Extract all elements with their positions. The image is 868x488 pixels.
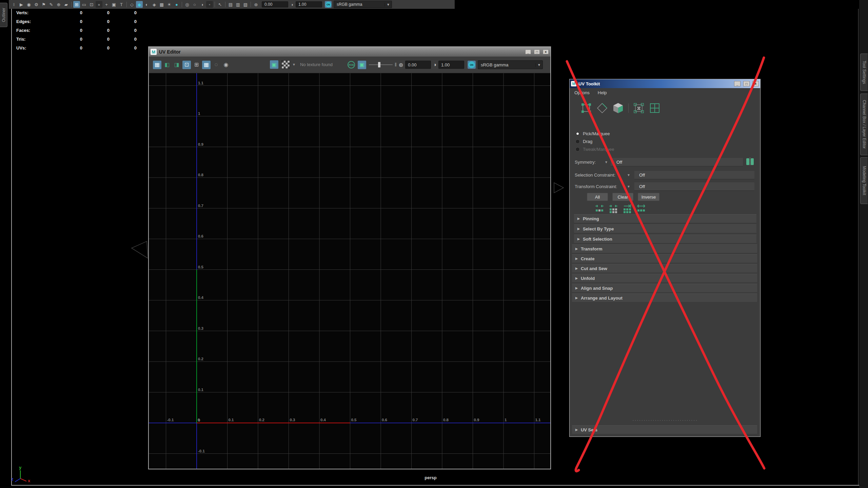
panel-expand-arrow-right[interactable] (553, 182, 565, 194)
select-contiguous-icon[interactable] (636, 204, 646, 214)
grease-pencil-icon[interactable]: ▰ (63, 1, 70, 8)
section-uv-sets[interactable]: ▶ UV Sets (572, 425, 757, 434)
radio-drag[interactable]: Drag (575, 139, 592, 144)
resolution-gate-icon[interactable]: ⊡ (88, 1, 95, 8)
uv-editor-viewport[interactable]: 1.110.90.80.70.60.50.40.30.20.10-0.1-0.1… (149, 73, 550, 469)
view-transform-select[interactable]: sRGB gamma▼ (334, 1, 392, 8)
gate-mask-icon[interactable]: ● (96, 1, 102, 8)
exposure-icon[interactable]: ⊛ (253, 1, 259, 8)
section-soft-selection[interactable]: ▶Soft Selection (574, 235, 756, 243)
inverse-button[interactable]: Inverse (638, 193, 659, 201)
camera-attributes-icon[interactable]: ⚙ (33, 1, 40, 8)
all-button[interactable]: All (587, 193, 608, 201)
film-gate-icon[interactable]: ▭ (81, 1, 87, 8)
drag-handle-icon[interactable]: ‖ (11, 1, 17, 8)
transform-constraint-arrow-icon[interactable]: ▼ (627, 185, 630, 188)
color-management-toggle[interactable]: ON (325, 1, 332, 8)
screen-space-ao-icon[interactable]: ◎ (184, 1, 191, 8)
minimize-button[interactable]: _ (734, 81, 741, 86)
clear-button[interactable]: Clear (612, 193, 633, 201)
rgb-channels-icon[interactable]: RGB (348, 61, 355, 68)
safe-title-icon[interactable]: T (118, 1, 125, 8)
resize-handle-dots[interactable]: ····························· (570, 418, 761, 422)
symmetry-value[interactable]: Off (611, 158, 743, 166)
color-management-toggle[interactable]: ON (468, 61, 476, 69)
lighting-icon[interactable]: ☀ (166, 1, 173, 8)
uv-selection-icon[interactable] (633, 102, 645, 114)
shade-uvs-icon[interactable]: ◌ (212, 61, 220, 69)
radio-button-icon[interactable] (575, 147, 580, 151)
texture-image-icon[interactable]: ▣ (270, 60, 278, 69)
use-default-material-icon[interactable]: ◈ (151, 1, 158, 8)
smooth-shade-icon[interactable]: ◆ (136, 1, 143, 8)
radio-button-icon[interactable] (575, 131, 580, 136)
exposure-field[interactable]: 0.00 (262, 1, 288, 7)
field-chart-icon[interactable]: + (103, 1, 110, 8)
minimize-button[interactable]: _ (525, 49, 531, 54)
section-align-and-snap[interactable]: ▶Align and Snap (572, 284, 757, 292)
maximize-button[interactable]: □ (534, 49, 540, 54)
grid-display-icon[interactable]: ⊞ (73, 1, 80, 8)
menu-help[interactable]: Help (598, 90, 607, 95)
symmetry-icon[interactable] (746, 157, 754, 166)
anti-aliasing-icon[interactable]: ○ (191, 1, 198, 8)
section-unfold[interactable]: ▶Unfold (572, 274, 757, 282)
section-transform[interactable]: ▶Transform (572, 244, 757, 253)
edge-selection-icon[interactable] (596, 102, 608, 114)
contrast-field[interactable]: 1.00 (296, 1, 322, 7)
motion-blur-icon[interactable]: ◑ (199, 1, 205, 8)
clamp-icon[interactable]: ‖ (395, 62, 397, 67)
contrast-icon[interactable]: ◑ (289, 1, 295, 8)
selection-constraint-value[interactable]: Off (634, 170, 754, 179)
selection-constraint-arrow-icon[interactable]: ▼ (627, 173, 630, 177)
exposure-field[interactable]: 0.00 (405, 61, 431, 69)
image-dim-slider[interactable] (369, 61, 393, 69)
wireframe-on-shaded-icon[interactable]: ▩ (158, 1, 165, 8)
section-create[interactable]: ▶Create (572, 254, 757, 263)
menu-options[interactable]: Options (574, 90, 590, 95)
select-camera-icon[interactable]: ▶ (18, 1, 25, 8)
bookmarks-icon[interactable]: ⚑ (40, 1, 47, 8)
wireframe-icon[interactable]: ◇ (129, 1, 135, 8)
section-cut-and-sew[interactable]: ▶Cut and Sew (572, 264, 757, 272)
textured-icon[interactable]: ◐ (143, 1, 150, 8)
image-ratio-icon[interactable]: ▣ (358, 61, 366, 69)
lock-camera-icon[interactable]: ◉ (25, 1, 32, 8)
uv-toolkit-titlebar[interactable]: M UV Toolkit _ □ × (570, 79, 760, 88)
shell-border-icon[interactable]: ◨ (173, 61, 181, 69)
section-arrange-and-layout[interactable]: ▶Arrange and Layout (572, 293, 757, 302)
tile-layout-icon[interactable]: ▦ (153, 61, 161, 69)
checker-map-icon[interactable] (281, 60, 290, 69)
close-button[interactable]: × (752, 81, 759, 86)
contrast-field[interactable]: 1.00 (438, 61, 464, 69)
sidebar-tab-outliner[interactable]: Outliner (0, 3, 7, 27)
display-unfiltered-icon[interactable]: ⊞ (192, 61, 201, 69)
pixel-grid-icon[interactable]: ▦ (202, 61, 211, 69)
section-select-by-type[interactable]: ▶Select By Type (574, 224, 756, 233)
sidebar-tab-modeling-toolkit[interactable]: Modeling Toolkit (860, 157, 868, 204)
depth-of-field-icon[interactable]: ▪ (206, 1, 213, 8)
uv-editor-titlebar[interactable]: M UV Editor _ □ × (149, 47, 550, 57)
display-image-icon[interactable]: ⊡ (182, 61, 191, 69)
shadows-icon[interactable]: ● (173, 1, 180, 8)
face-selection-icon[interactable] (612, 102, 624, 114)
slider-thumb[interactable] (378, 62, 380, 67)
texture-dropdown-arrow-icon[interactable]: ▼ (292, 63, 296, 66)
snapshot-copy-icon[interactable]: ▤ (227, 1, 234, 8)
contrast-icon[interactable]: ◑ (433, 62, 436, 68)
safe-action-icon[interactable]: ▣ (111, 1, 117, 8)
radio-pick-marquee[interactable]: Pick/Marquee (575, 131, 610, 136)
radio-button-icon[interactable] (575, 139, 580, 144)
exposure-icon[interactable]: ⊛ (399, 62, 403, 68)
grow-selection-icon[interactable] (609, 204, 618, 214)
uv-snapshot-icon[interactable]: ◉ (222, 61, 230, 69)
sidebar-tab-channel-box[interactable]: Channel Box / Layer Editor (860, 94, 868, 155)
select-border-icon[interactable] (623, 204, 632, 214)
close-button[interactable]: × (543, 49, 549, 54)
uv-distortion-icon[interactable]: ◧ (163, 61, 171, 69)
view-transform-select[interactable]: sRGB gamma▼ (478, 60, 543, 69)
image-plane-icon[interactable]: ✎ (48, 1, 55, 8)
shrink-selection-icon[interactable] (595, 204, 604, 214)
isolate-select-icon[interactable]: ↖ (217, 1, 223, 8)
section-pinning[interactable]: ▶Pinning (574, 214, 756, 223)
